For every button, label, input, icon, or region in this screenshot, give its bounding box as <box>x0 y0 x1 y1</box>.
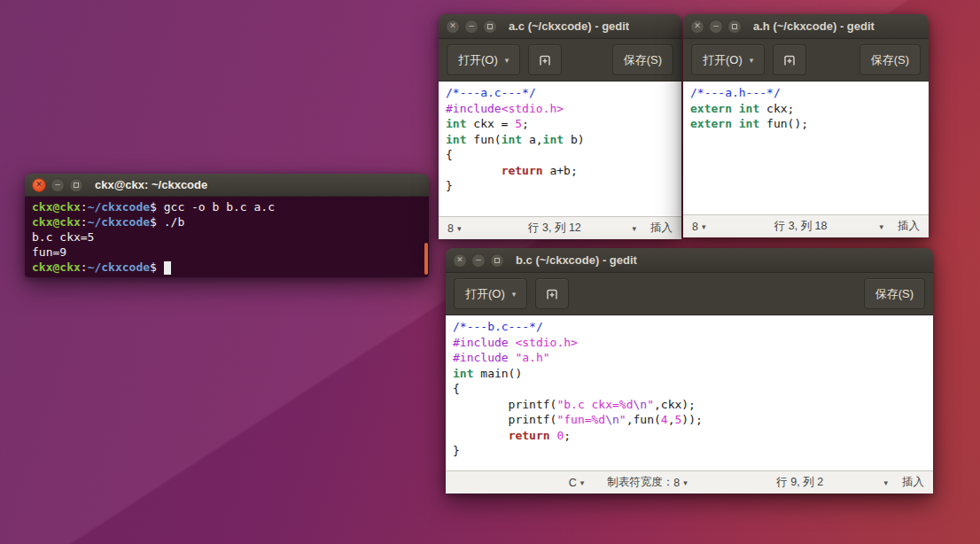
code-editor[interactable]: /*---a.c---*/#include<stdio.h>int ckx = … <box>439 82 681 216</box>
terminal-window: ✕ − ckx@ckx: ~/ckxcode ckx@ckx:~/ckxcode… <box>25 174 429 277</box>
titlebar[interactable]: ✕ − a.h (~/ckxcode) - gedit <box>683 14 929 39</box>
open-button[interactable]: 打开(O) ▾ <box>454 278 527 309</box>
minimize-icon: − <box>475 256 482 264</box>
tab-width-value: 8 <box>673 477 680 489</box>
cursor-position[interactable]: 行 3, 列 12 <box>528 221 581 236</box>
new-document-button[interactable] <box>528 44 562 75</box>
scrollbar-thumb[interactable] <box>424 243 428 275</box>
code-editor[interactable]: /*---a.h---*/extern int ckx;extern int f… <box>683 82 929 214</box>
save-button-label: 保存(S) <box>624 52 662 68</box>
chevron-down-icon: ▾ <box>683 478 688 487</box>
maximize-button[interactable] <box>69 178 83 192</box>
toolbar: 打开(O) ▾ 保存(S) <box>446 273 933 315</box>
language-value: C <box>569 477 577 489</box>
maximize-icon <box>494 258 500 263</box>
toolbar: 打开(O) ▾ 保存(S) <box>439 39 681 82</box>
close-icon: ✕ <box>35 181 43 189</box>
save-button[interactable]: 保存(S) <box>859 44 921 75</box>
chevron-down-icon: ▾ <box>512 290 517 299</box>
close-icon: ✕ <box>449 22 456 30</box>
save-button-label: 保存(S) <box>875 286 914 302</box>
language-selector[interactable]: C ▾ <box>569 477 588 489</box>
save-button[interactable]: 保存(S) <box>612 44 673 75</box>
maximize-button[interactable] <box>490 253 504 268</box>
maximize-icon <box>74 183 79 188</box>
maximize-button[interactable] <box>727 19 742 34</box>
code-editor[interactable]: /*---b.c---*/#include <stdio.h>#include … <box>446 315 933 470</box>
window-title: b.c (~/ckxcode) - gedit <box>516 253 637 267</box>
close-icon: ✕ <box>694 22 701 30</box>
insert-mode-indicator: 插入 <box>902 475 924 490</box>
open-button[interactable]: 打开(O) ▾ <box>447 44 520 75</box>
close-icon: ✕ <box>456 256 463 264</box>
window-title: ckx@ckx: ~/ckxcode <box>95 178 207 191</box>
gedit-window-ac: ✕ − a.c (~/ckxcode) - gedit 打开(O) ▾ 保存(S… <box>439 14 681 239</box>
close-button[interactable]: ✕ <box>446 19 460 34</box>
open-button-label: 打开(O) <box>703 52 743 68</box>
close-button[interactable]: ✕ <box>690 19 704 34</box>
tab-width-label: 制表符宽度： <box>607 475 673 490</box>
chevron-down-icon: ▾ <box>505 56 509 65</box>
chevron-down-icon: ▾ <box>457 224 462 233</box>
open-button-label: 打开(O) <box>458 52 498 68</box>
new-document-icon <box>782 53 797 67</box>
tab-width-selector[interactable]: 制表符宽度： 8 ▾ <box>607 475 690 490</box>
window-title: a.c (~/ckxcode) - gedit <box>509 19 629 33</box>
minimize-icon: − <box>468 22 475 30</box>
close-button[interactable]: ✕ <box>453 253 467 268</box>
insert-mode-indicator: 插入 <box>650 221 673 236</box>
minimize-button[interactable]: − <box>709 19 723 34</box>
chevron-down-icon[interactable]: ▾ <box>883 478 888 487</box>
terminal-titlebar[interactable]: ✕ − ckx@ckx: ~/ckxcode <box>25 174 429 197</box>
maximize-icon <box>487 24 493 29</box>
tab-width-value: 8 <box>692 221 698 233</box>
open-button[interactable]: 打开(O) ▾ <box>691 44 765 75</box>
new-document-button[interactable] <box>535 278 569 309</box>
new-document-icon <box>545 287 559 301</box>
titlebar[interactable]: ✕ − b.c (~/ckxcode) - gedit <box>446 248 933 273</box>
open-button-label: 打开(O) <box>465 286 505 302</box>
minimize-icon: − <box>54 181 61 189</box>
maximize-button[interactable] <box>483 19 497 34</box>
minimize-button[interactable]: − <box>471 253 486 268</box>
cursor-position[interactable]: 行 9, 列 2 <box>776 475 823 490</box>
tab-width-value: 8 <box>447 222 454 235</box>
minimize-icon: − <box>712 22 719 30</box>
statusbar: 8 ▾ 行 3, 列 18 ▾ 插入 <box>683 214 929 237</box>
minimize-button[interactable]: − <box>51 178 65 192</box>
cursor-position[interactable]: 行 3, 列 18 <box>774 219 828 234</box>
save-button[interactable]: 保存(S) <box>864 278 925 309</box>
chevron-down-icon[interactable]: ▾ <box>879 222 883 231</box>
chevron-down-icon: ▾ <box>750 56 754 65</box>
insert-mode-indicator: 插入 <box>898 219 920 234</box>
minimize-button[interactable]: − <box>464 19 478 34</box>
tab-width-selector[interactable]: 8 ▾ <box>692 221 709 233</box>
toolbar: 打开(O) ▾ 保存(S) <box>683 39 929 82</box>
gedit-window-bc: ✕ − b.c (~/ckxcode) - gedit 打开(O) ▾ 保存(S… <box>446 248 933 493</box>
window-title: a.h (~/ckxcode) - gedit <box>753 19 875 33</box>
gedit-window-ah: ✕ − a.h (~/ckxcode) - gedit 打开(O) ▾ 保存(S… <box>683 14 929 237</box>
statusbar: C ▾ 制表符宽度： 8 ▾ 行 9, 列 2 ▾ 插入 <box>446 470 933 493</box>
titlebar[interactable]: ✕ − a.c (~/ckxcode) - gedit <box>439 14 681 39</box>
chevron-down-icon[interactable]: ▾ <box>632 224 636 233</box>
maximize-icon <box>732 24 737 29</box>
chevron-down-icon: ▾ <box>702 222 706 231</box>
new-document-button[interactable] <box>773 44 806 75</box>
chevron-down-icon: ▾ <box>580 478 585 487</box>
new-document-icon <box>538 53 552 67</box>
save-button-label: 保存(S) <box>871 52 909 68</box>
close-button[interactable]: ✕ <box>32 178 46 192</box>
tab-width-selector[interactable]: 8 ▾ <box>447 222 464 235</box>
statusbar: 8 ▾ 行 3, 列 12 ▾ 插入 <box>439 216 681 239</box>
terminal-output[interactable]: ckx@ckx:~/ckxcode$ gcc -o b b.c a.cckx@c… <box>25 197 429 277</box>
